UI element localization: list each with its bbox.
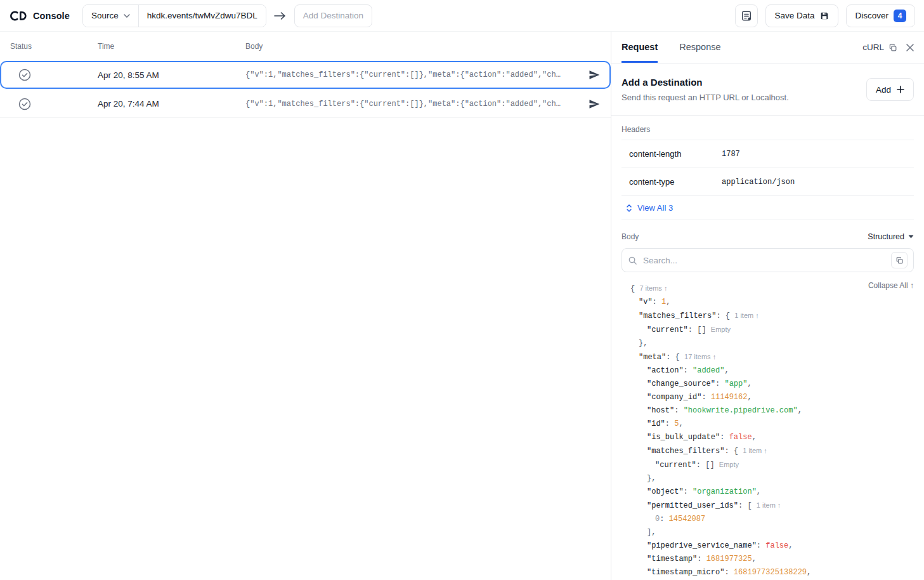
body-label: Body — [621, 232, 639, 241]
body-mode-dropdown[interactable]: Structured — [868, 232, 914, 241]
json-punc: }, — [639, 339, 647, 348]
json-line: "permitted_user_ids": [ 1 item ↑ — [630, 499, 914, 513]
event-row[interactable]: Apr 20, 8:55 AM {"v":1,"matches_filters"… — [0, 61, 611, 89]
json-line: 0: 14542087 — [630, 513, 914, 526]
json-key: "permitted_user_ids" — [647, 501, 738, 510]
resend-event-button[interactable] — [588, 98, 601, 110]
json-num: 11149162 — [711, 393, 748, 402]
json-tree: Collapse All ↑ { 7 items ↑"v": 1,"matche… — [611, 272, 924, 580]
json-key: "matches_filters" — [639, 312, 716, 320]
event-status — [10, 68, 98, 82]
search-icon — [628, 256, 637, 265]
collapse-all-button[interactable]: Collapse All ↑ — [868, 281, 914, 290]
json-punc: , — [752, 555, 757, 564]
json-punc: : — [724, 568, 733, 577]
json-meta-toggle[interactable]: 1 item ↑ — [734, 312, 759, 319]
json-line: "meta": { 17 items ↑ — [630, 350, 914, 364]
event-time: Apr 20, 8:55 AM — [98, 70, 245, 80]
json-bool: false — [729, 433, 752, 442]
add-destination-button[interactable]: Add Destination — [294, 4, 372, 27]
json-punc: , — [666, 298, 670, 306]
save-data-label: Save Data — [774, 11, 814, 20]
json-punc: : — [684, 487, 693, 496]
json-punc: }, — [647, 474, 656, 483]
discover-label: Discover — [855, 11, 888, 20]
json-meta-toggle[interactable]: 1 item ↑ — [757, 501, 781, 509]
add-button[interactable]: Add — [866, 78, 914, 101]
destination-text: Add a Destination Send this request an H… — [621, 77, 789, 102]
send-icon — [588, 98, 601, 110]
source-url[interactable]: hkdk.events/twMvZdwu7BDL — [139, 5, 266, 27]
discover-button[interactable]: Discover 4 — [846, 4, 915, 27]
source-dropdown[interactable]: Source — [83, 5, 138, 27]
headers-table: content-length 1787 content-type applica… — [621, 140, 914, 220]
json-punc: : [ — [738, 501, 757, 510]
chevron-down-icon — [124, 14, 130, 18]
json-bool: false — [765, 541, 788, 550]
send-icon — [588, 69, 601, 81]
json-punc: : — [665, 419, 674, 428]
json-meta-toggle[interactable]: 17 items ↑ — [684, 353, 716, 360]
tabbar-actions: cURL — [862, 32, 914, 63]
arrow-right-icon — [274, 12, 287, 20]
json-num: 1681977325 — [706, 555, 752, 564]
body-mode-label: Structured — [868, 232, 904, 241]
close-panel-button[interactable] — [906, 44, 914, 51]
json-punc: , — [747, 393, 752, 402]
destination-title: Add a Destination — [621, 77, 789, 88]
json-line: "pipedrive_service_name": false, — [630, 539, 914, 553]
json-key: "pipedrive_service_name" — [647, 541, 757, 550]
json-punc: : — [720, 433, 729, 442]
json-line: "current": [] Empty — [630, 458, 914, 472]
check-circle-icon — [18, 68, 32, 82]
topbar: Console Source hkdk.events/twMvZdwu7BDL … — [0, 0, 924, 32]
json-punc: : { — [724, 447, 743, 456]
json-punc: : — [757, 541, 765, 550]
tab-response[interactable]: Response — [679, 32, 720, 63]
json-punc: : — [674, 406, 683, 415]
header-row: content-length 1787 — [621, 140, 914, 168]
plus-icon — [897, 86, 904, 93]
console-logo-icon — [9, 10, 28, 22]
json-key: "company_id" — [647, 393, 701, 402]
json-str: "added" — [693, 366, 724, 375]
json-punc: , — [752, 433, 757, 442]
event-log-button[interactable] — [735, 4, 758, 27]
json-str: "organization" — [693, 487, 757, 496]
body-search-input[interactable] — [643, 256, 885, 265]
json-meta-toggle[interactable]: 1 item ↑ — [743, 447, 767, 454]
request-detail-panel: Request Response cURL Add — [611, 32, 924, 580]
event-log-icon — [741, 10, 752, 22]
json-punc: { — [630, 284, 639, 293]
json-punc: : — [701, 393, 710, 402]
unfold-icon — [625, 204, 633, 213]
curl-button[interactable]: cURL — [862, 43, 897, 52]
json-punc: : — [684, 366, 693, 375]
add-button-label: Add — [876, 85, 891, 95]
brand-name: Console — [33, 11, 70, 21]
event-row[interactable]: Apr 20, 7:44 AM {"v":1,"matches_filters"… — [0, 90, 611, 118]
resend-event-button[interactable] — [588, 69, 601, 81]
json-line: "is_bulk_update": false, — [630, 431, 914, 444]
json-punc: , — [788, 541, 793, 550]
headers-label: Headers — [621, 125, 914, 134]
add-destination-section: Add a Destination Send this request an H… — [611, 63, 924, 116]
save-data-button[interactable]: Save Data — [765, 4, 838, 27]
json-meta-toggle[interactable]: 7 items ↑ — [639, 284, 667, 292]
json-line: "action": "added", — [630, 364, 914, 378]
json-line: "timestamp_micro": 1681977325138229, — [630, 566, 914, 579]
view-all-headers-button[interactable]: View All 3 — [621, 196, 914, 220]
json-key: "v" — [639, 298, 653, 306]
copy-body-button[interactable] — [891, 252, 908, 268]
source-dropdown-label: Source — [91, 11, 119, 20]
json-key: "host" — [647, 406, 674, 415]
detail-tabbar: Request Response cURL — [611, 32, 924, 63]
json-punc: , — [724, 366, 729, 375]
json-punc: , — [747, 379, 752, 388]
destination-subtitle: Send this request an HTTP URL or Localho… — [621, 93, 789, 102]
json-key: "action" — [647, 366, 684, 375]
check-circle-icon — [18, 97, 32, 111]
tab-request[interactable]: Request — [621, 32, 658, 63]
close-icon — [906, 44, 914, 51]
events-column-headers: Status Time Body — [0, 32, 611, 61]
